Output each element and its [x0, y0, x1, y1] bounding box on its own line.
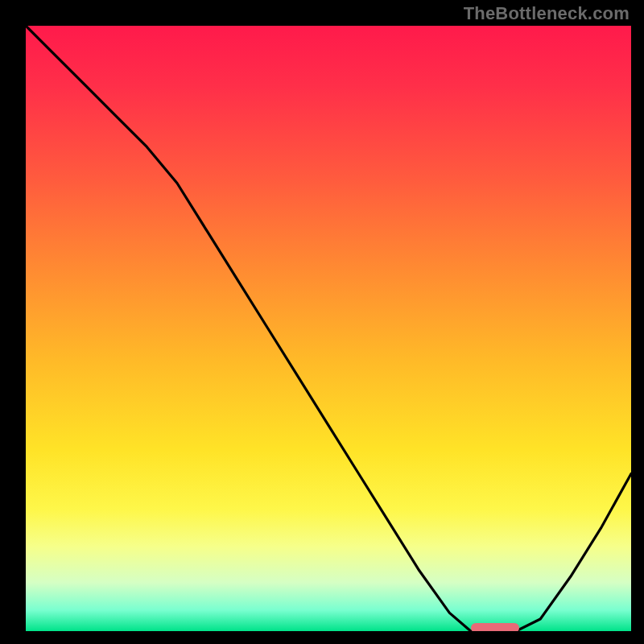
watermark-text: TheBottleneck.com	[464, 3, 630, 24]
bottleneck-curve	[26, 26, 631, 631]
plot-area	[26, 26, 631, 631]
optimal-range-marker	[471, 623, 519, 631]
chart-frame: TheBottleneck.com	[0, 0, 644, 644]
